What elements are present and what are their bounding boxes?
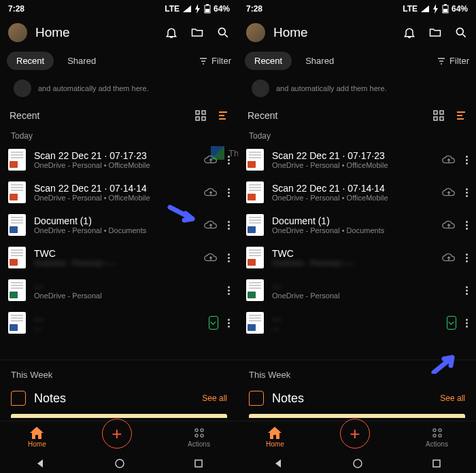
back-icon[interactable] xyxy=(35,458,46,469)
notes-icon xyxy=(11,391,26,406)
file-row[interactable]: —— xyxy=(0,306,238,339)
file-row[interactable]: —OneDrive - Personal xyxy=(238,274,476,306)
more-icon[interactable] xyxy=(228,253,230,262)
avatar[interactable] xyxy=(8,23,27,42)
powerpoint-icon xyxy=(246,247,264,268)
file-row[interactable]: —OneDrive - Personal xyxy=(0,274,238,306)
bell-icon[interactable] xyxy=(165,26,178,39)
file-meta: — xyxy=(272,324,439,332)
fab-add[interactable]: + xyxy=(102,419,132,449)
note-card[interactable] xyxy=(11,414,227,418)
file-meta: OneDrive - Personal • Documents xyxy=(272,226,433,234)
cloud-upload-icon[interactable] xyxy=(203,251,218,264)
page-title: Home xyxy=(35,25,156,40)
cloud-upload-icon[interactable] xyxy=(203,154,218,166)
svg-rect-27 xyxy=(433,460,440,467)
svg-point-23 xyxy=(439,429,441,432)
folder-icon[interactable] xyxy=(190,26,204,39)
home-circle-icon[interactable] xyxy=(114,458,125,469)
device-available-icon[interactable] xyxy=(447,316,456,330)
bell-icon[interactable] xyxy=(403,26,416,39)
file-meta: OneDrive - Personal • Documents xyxy=(34,226,195,234)
see-all-link[interactable]: See all xyxy=(202,393,227,403)
avatar[interactable] xyxy=(246,23,265,42)
nav-home[interactable]: Home xyxy=(28,427,46,448)
more-icon[interactable] xyxy=(228,319,230,328)
banner-text: and automatically add them here. xyxy=(38,84,149,92)
cloud-upload-icon[interactable] xyxy=(203,186,218,198)
folder-icon[interactable] xyxy=(428,26,442,39)
file-name: Scan 22 Dec 21 · 07·17·23 xyxy=(272,150,433,161)
list-view-icon[interactable] xyxy=(454,109,466,122)
more-icon[interactable] xyxy=(466,188,468,197)
cloud-upload-icon[interactable] xyxy=(441,251,456,264)
svg-rect-7 xyxy=(202,117,205,120)
file-row[interactable]: TWCOneDrive - Personal • — xyxy=(238,241,476,274)
more-icon[interactable] xyxy=(466,319,468,328)
file-row[interactable]: Scan 22 Dec 21 · 07·17·23OneDrive - Pers… xyxy=(0,143,238,176)
nav-home[interactable]: Home xyxy=(266,427,284,448)
status-right: LTE 64% xyxy=(165,4,230,14)
tab-recent[interactable]: Recent xyxy=(245,52,292,70)
device-available-icon[interactable] xyxy=(209,316,218,330)
more-icon[interactable] xyxy=(466,221,468,230)
app-header: Home xyxy=(0,18,238,48)
powerpoint-icon xyxy=(8,181,26,203)
more-icon[interactable] xyxy=(228,286,230,295)
banner-icon xyxy=(252,80,269,97)
file-row[interactable]: TWCOneDrive - Personal • — xyxy=(0,241,238,274)
fab-add[interactable]: + xyxy=(340,419,370,449)
file-row[interactable]: Document (1)OneDrive - Personal • Docume… xyxy=(0,209,238,241)
more-icon[interactable] xyxy=(466,156,468,164)
day-label-today: Today xyxy=(0,128,238,143)
recents-icon[interactable] xyxy=(194,459,203,468)
search-icon[interactable] xyxy=(216,26,230,39)
nav-actions[interactable]: Actions xyxy=(426,427,448,448)
grid-view-icon[interactable] xyxy=(194,109,207,122)
notes-row[interactable]: Notes See all xyxy=(238,385,476,411)
more-icon[interactable] xyxy=(466,286,468,295)
tab-shared[interactable]: Shared xyxy=(296,52,343,70)
cloud-upload-icon[interactable] xyxy=(441,219,456,231)
file-name: Scan 22 Dec 21 · 07·14·14 xyxy=(34,183,195,194)
file-name: — xyxy=(272,281,458,292)
file-row[interactable]: Document (1)OneDrive - Personal • Docume… xyxy=(238,209,476,241)
nav-actions[interactable]: Actions xyxy=(188,427,210,448)
tab-recent[interactable]: Recent xyxy=(7,52,54,70)
day-label-today: Today xyxy=(238,128,476,143)
svg-point-12 xyxy=(116,459,124,468)
section-title-week: This Week xyxy=(238,360,476,385)
cloud-upload-icon[interactable] xyxy=(203,219,218,231)
back-icon[interactable] xyxy=(273,458,284,469)
info-banner: and automatically add them here. xyxy=(8,77,230,100)
file-row[interactable]: Scan 22 Dec 21 · 07·14·14OneDrive - Pers… xyxy=(238,176,476,209)
more-icon[interactable] xyxy=(466,253,468,262)
more-icon[interactable] xyxy=(228,221,230,230)
home-circle-icon[interactable] xyxy=(352,458,363,469)
filter-button[interactable]: Filter xyxy=(199,56,231,66)
cloud-upload-icon[interactable] xyxy=(441,186,456,198)
file-row[interactable]: Scan 22 Dec 21 · 07·17·23OneDrive - Pers… xyxy=(238,143,476,176)
more-icon[interactable] xyxy=(228,188,230,197)
svg-rect-18 xyxy=(434,111,437,114)
more-icon[interactable] xyxy=(228,156,230,164)
notes-row[interactable]: Notes See all xyxy=(0,385,238,411)
tab-shared[interactable]: Shared xyxy=(58,52,105,70)
system-nav xyxy=(238,453,476,473)
cloud-upload-icon[interactable] xyxy=(441,154,456,166)
filter-button[interactable]: Filter xyxy=(437,56,469,66)
search-icon[interactable] xyxy=(454,26,468,39)
actions-icon xyxy=(431,427,443,439)
grid-view-icon[interactable] xyxy=(432,109,445,122)
file-row[interactable]: Scan 22 Dec 21 · 07·14·14OneDrive - Pers… xyxy=(0,176,238,209)
file-row[interactable]: —— xyxy=(238,306,476,339)
svg-rect-2 xyxy=(205,9,209,12)
see-all-link[interactable]: See all xyxy=(440,393,465,403)
note-card[interactable] xyxy=(249,414,465,418)
banner-icon xyxy=(14,80,31,97)
status-right: LTE 64% xyxy=(403,4,468,14)
network-label: LTE xyxy=(165,4,180,14)
recents-icon[interactable] xyxy=(432,459,441,468)
excel-icon xyxy=(8,279,26,301)
list-view-icon[interactable] xyxy=(216,109,228,122)
